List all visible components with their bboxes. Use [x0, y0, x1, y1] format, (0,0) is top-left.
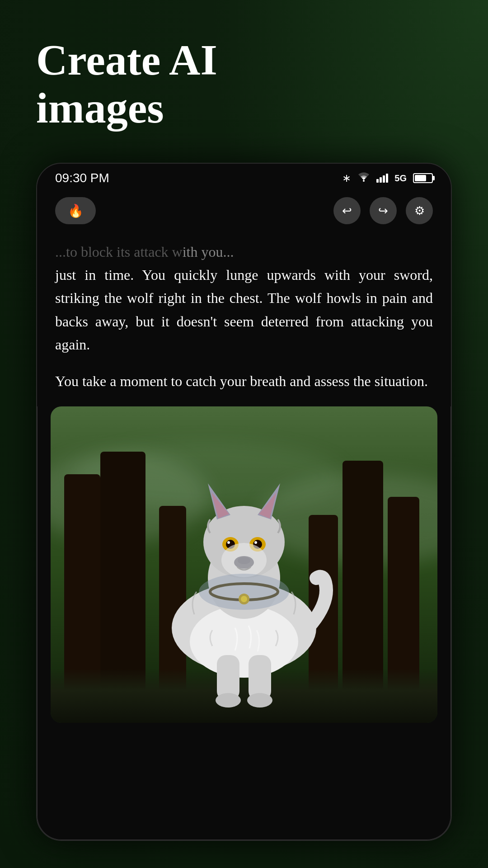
network-label: 5G — [394, 173, 407, 184]
title-line2: images — [36, 84, 164, 132]
signal-bars — [376, 174, 388, 183]
svg-point-14 — [254, 541, 257, 544]
wifi-icon — [357, 172, 370, 184]
title-line1: Create AI — [36, 36, 217, 84]
settings-icon: ⚙ — [414, 204, 425, 218]
wolf-image-container — [51, 406, 437, 723]
svg-point-13 — [227, 541, 230, 544]
story-faded-text: ...to block its attack with you... — [55, 241, 433, 264]
bluetooth-icon: ∗ — [342, 172, 351, 184]
fire-button[interactable]: 🔥 — [55, 197, 96, 224]
undo-button[interactable]: ↩ — [333, 197, 361, 224]
story-second-text: You take a moment to catch your breath a… — [55, 370, 433, 393]
phone-mockup: 09:30 PM ∗ 5G — [36, 163, 452, 841]
status-bar: 09:30 PM ∗ 5G — [37, 164, 451, 190]
toolbar: 🔥 ↩ ↪ ⚙ — [37, 190, 451, 231]
svg-point-17 — [221, 543, 267, 577]
fire-icon: 🔥 — [68, 203, 84, 218]
undo-icon: ↩ — [342, 204, 352, 218]
story-content: ...to block its attack with you... just … — [37, 231, 451, 406]
svg-point-0 — [363, 180, 365, 182]
status-icons: ∗ 5G — [342, 172, 433, 184]
wolf-svg — [136, 456, 352, 709]
svg-point-23 — [216, 693, 241, 708]
story-main-text: just in time. You quickly lunge upwards … — [55, 264, 433, 356]
page-title: Create AI images — [36, 36, 217, 132]
svg-point-24 — [247, 693, 272, 708]
settings-button[interactable]: ⚙ — [406, 197, 433, 224]
redo-button[interactable]: ↪ — [370, 197, 397, 224]
redo-icon: ↪ — [378, 204, 388, 218]
status-time: 09:30 PM — [55, 171, 109, 185]
svg-point-25 — [199, 574, 289, 610]
battery-icon — [413, 173, 433, 183]
